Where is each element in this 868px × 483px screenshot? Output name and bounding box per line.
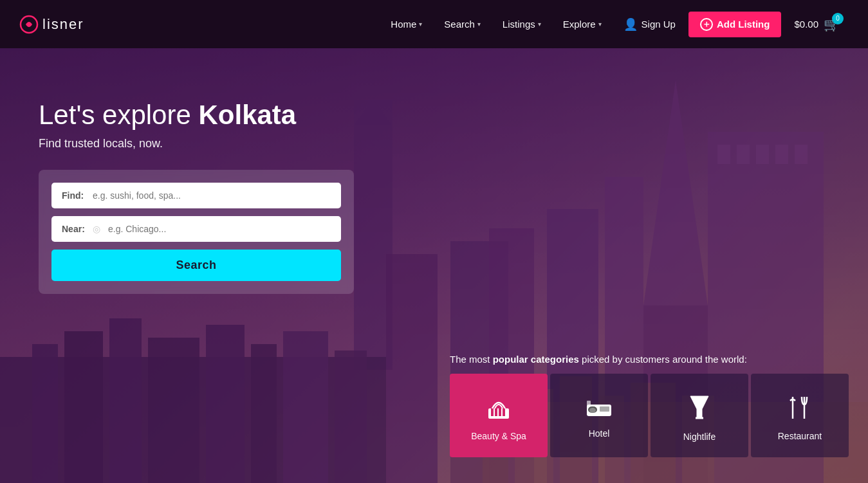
hero-content: Let's explore Kolkata Find trusted local… [0, 48, 868, 294]
svg-rect-38 [503, 408, 505, 416]
signup-label: Sign Up [642, 19, 676, 30]
popular-prefix: The most [450, 354, 493, 365]
restaurant-icon [788, 396, 812, 423]
svg-rect-35 [491, 408, 494, 416]
cart-price: $0.00 [794, 19, 818, 30]
find-input[interactable] [93, 190, 331, 201]
categories-grid: Beauty & Spa Hotel [450, 374, 849, 457]
location-icon: ◎ [93, 224, 100, 234]
category-beauty-spa[interactable]: Beauty & Spa [450, 374, 548, 457]
nav-explore-label: Explore [563, 19, 596, 30]
brand-name: lisner [42, 16, 84, 33]
beauty-spa-icon [486, 396, 512, 423]
nav-listings-label: Listings [503, 19, 535, 30]
svg-rect-43 [600, 406, 609, 412]
add-listing-label: Add Listing [717, 19, 770, 30]
nav-explore-chevron: ▾ [598, 21, 602, 28]
category-hotel[interactable]: Hotel [550, 374, 648, 457]
popular-bold: popular categories [493, 354, 579, 365]
restaurant-label: Restaurant [778, 431, 822, 441]
navbar: lisner Home ▾ Search ▾ Listings ▾ Explor… [0, 0, 868, 48]
cart-button[interactable]: $0.00 🛒 0 [785, 12, 849, 37]
hero-title: Let's explore Kolkata [39, 100, 868, 131]
nightlife-icon [689, 395, 710, 424]
nightlife-label: Nightlife [683, 432, 716, 442]
brand-logo[interactable]: lisner [19, 15, 84, 34]
find-field: Find: [51, 183, 341, 208]
search-box: Find: Near: ◎ Search [39, 170, 354, 294]
popular-suffix: picked by customers around the world: [579, 354, 747, 365]
svg-rect-44 [587, 401, 591, 406]
nav-search-chevron: ▾ [477, 21, 481, 28]
nav-item-listings[interactable]: Listings ▾ [494, 14, 550, 35]
nav-item-home[interactable]: Home ▾ [382, 14, 431, 35]
search-button[interactable]: Search [51, 250, 341, 281]
near-field: Near: ◎ [51, 216, 341, 242]
add-listing-button[interactable]: ＋ Add Listing [688, 12, 782, 37]
category-restaurant[interactable]: Restaurant [751, 374, 849, 457]
hotel-label: Hotel [589, 428, 610, 439]
brand-icon [19, 15, 39, 34]
popular-section: The most popular categories picked by cu… [450, 354, 849, 457]
beauty-spa-label: Beauty & Spa [471, 431, 526, 441]
nav-item-explore[interactable]: Explore ▾ [554, 14, 611, 35]
nav-menu: Home ▾ Search ▾ Listings ▾ Explore ▾ 👤 S… [382, 12, 849, 37]
svg-marker-45 [690, 396, 708, 418]
nav-item-search[interactable]: Search ▾ [435, 14, 490, 35]
near-input[interactable] [108, 224, 331, 234]
person-icon: 👤 [623, 17, 638, 32]
find-label: Find: [62, 190, 86, 201]
plus-circle-icon: ＋ [700, 18, 713, 31]
hero-subtitle: Find trusted locals, now. [39, 137, 868, 150]
nav-search-label: Search [444, 19, 475, 30]
svg-rect-36 [495, 408, 497, 416]
nav-home-label: Home [391, 19, 416, 30]
nav-home-chevron: ▾ [419, 21, 422, 28]
svg-point-42 [591, 409, 594, 412]
hero-title-prefix: Let's explore [39, 100, 199, 130]
hero-title-bold: Kolkata [199, 100, 297, 130]
category-nightlife[interactable]: Nightlife [651, 374, 748, 457]
signup-button[interactable]: 👤 Sign Up [614, 12, 685, 37]
cart-badge: 0 [832, 13, 844, 24]
hotel-icon [586, 398, 613, 421]
nav-listings-chevron: ▾ [538, 21, 541, 28]
hero-section: Let's explore Kolkata Find trusted local… [0, 48, 868, 483]
near-label: Near: [62, 224, 86, 234]
popular-text: The most popular categories picked by cu… [450, 354, 849, 365]
svg-rect-37 [499, 408, 501, 416]
